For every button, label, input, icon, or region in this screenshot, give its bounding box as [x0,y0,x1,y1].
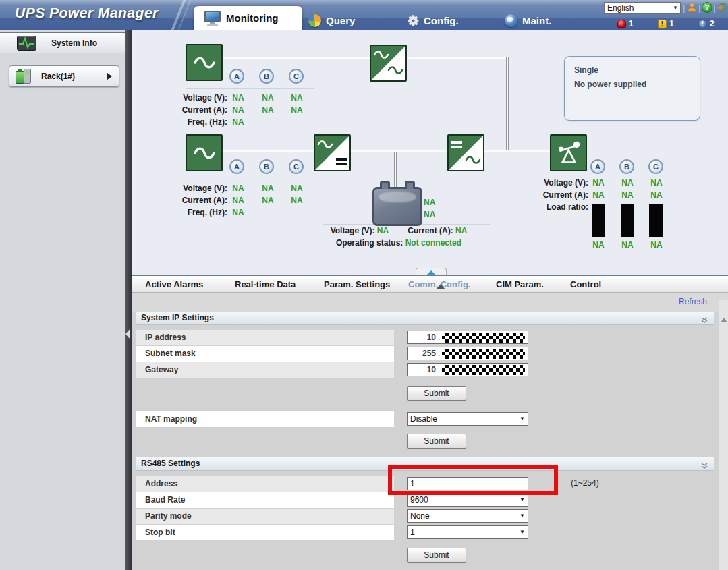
bypass-input-source-icon [186,44,223,81]
chevron-down-icon: ▼ [673,5,678,11]
submit-rs485-button[interactable]: Submit [407,548,466,563]
phase-b-badge: B [259,159,274,174]
bypass-freq: NA [227,117,250,127]
subtab-realtime-data[interactable]: Real-time Data [235,276,296,293]
phase-c-badge: C [289,69,304,84]
wire [506,57,509,152]
battery-voltage-value: NA [377,226,389,235]
diagram-collapse-toggle[interactable] [416,268,447,275]
subtab-active-alarms[interactable]: Active Alarms [145,276,203,293]
chevron-down-icon: ▼ [520,529,525,535]
warning-alarm-badge[interactable]: ! 1 [658,19,679,29]
battery-voltage-label: Voltage (V): [331,226,375,235]
gateway-visible-value: 10 [409,365,436,374]
battery-side-value-1: NA [424,198,447,207]
critical-alarm-count: 1 [629,19,634,28]
field-label-stop-bit: Stop bit [136,525,394,540]
scrollbar[interactable] [719,300,728,570]
rectifier-icon [314,134,351,171]
bypass-voltage-b: NA [256,93,279,103]
voltage-label: Voltage (V): [132,183,227,193]
phase-b-badge: B [259,69,274,84]
baud-rate-select[interactable]: 9600 ▼ [407,493,528,507]
input-current-c: NA [285,196,308,205]
user-icon[interactable] [687,3,697,13]
subnet-mask-input[interactable]: 255 . [407,347,528,360]
ip-address-input[interactable]: 10 . [407,331,528,344]
battery-icon [372,187,422,226]
subtab-control[interactable]: Control [570,276,601,293]
nav-tab-monitoring[interactable]: Monitoring [194,6,302,30]
subtab-param-settings[interactable]: Param. Settings [324,276,390,293]
collapse-chevron-icon[interactable] [700,314,708,326]
language-selected-value: English [607,3,634,13]
help-icon[interactable]: ? [702,2,712,13]
freq-label: Freq. (Hz): [132,117,227,127]
power-status: No power supplied [574,80,690,89]
power-flow-diagram: A B C A B C A B C Voltage (V): NA NA NA … [132,30,728,275]
header-separator: | [683,3,685,13]
subtab-bar: Active Alarms Real-time Data Param. Sett… [132,275,728,293]
input-voltage-b: NA [256,183,279,193]
minor-alarm-badge[interactable]: ! 2 [698,19,720,29]
output-voltage-c: NA [645,178,668,188]
pie-chart-icon [308,14,321,27]
logout-icon[interactable] [716,3,727,13]
output-current-a: NA [587,190,610,200]
nav-tab-label: Query [326,15,355,26]
separator-line [186,88,314,89]
system-status-box: Single No power supplied [564,56,700,121]
nat-mapping-select[interactable]: Disable ▼ [407,412,528,426]
nav-tab-label: Maint. [522,15,551,26]
subtab-cim-param[interactable]: CIM Param. [496,276,544,293]
voltage-label: Voltage (V): [132,93,227,103]
phase-a-badge: A [590,159,605,174]
globe-icon [505,14,517,27]
output-current-b: NA [616,190,639,200]
bypass-converter-icon [370,45,407,82]
phase-a-badge: A [229,159,244,174]
monitor-icon [204,11,221,26]
header-separator: | [698,3,700,13]
battery-side-value-2: NA [424,210,447,219]
submit-ip-button[interactable]: Submit [407,386,466,401]
wire [223,150,314,152]
stop-bit-selected-value: 1 [410,528,415,537]
separator-line [578,175,672,175]
nav-tab-config[interactable]: Config. [406,13,480,28]
load-icon [550,134,587,171]
field-label-ip-address: IP address [136,330,394,345]
nav-tab-label: Monitoring [226,6,278,30]
nav-tab-query[interactable]: Query [308,13,383,28]
bypass-current-a: NA [227,105,250,115]
input-voltage-c: NA [285,183,308,193]
load-ratio-bar-b [621,204,634,237]
collapse-chevron-icon[interactable] [700,460,708,472]
nav-tab-maint[interactable]: Maint. [505,13,579,28]
minor-alarm-icon: ! [698,20,707,28]
rs485-address-input[interactable]: 1 [407,477,528,490]
sidebar-item-system-info[interactable]: System Info [0,32,125,53]
field-label-nat-mapping: NAT mapping [136,411,394,427]
wire [350,150,447,152]
phase-b-badge: B [619,159,634,174]
wire [406,57,509,59]
parity-mode-select[interactable]: None ▼ [407,509,528,523]
submit-nat-button[interactable]: Submit [407,434,466,449]
address-range-hint: (1~254) [571,478,599,488]
wire [484,150,550,152]
gateway-input[interactable]: 10 . [407,363,528,376]
refresh-link[interactable]: Refresh [679,297,707,306]
critical-alarm-badge[interactable]: 1 [617,19,639,29]
battery-terminal [405,181,415,189]
load-ratio-bar-a [592,204,605,237]
sidebar-collapse-handle[interactable] [125,329,130,339]
language-select[interactable]: English ▼ [604,2,681,14]
battery-terminal [380,181,390,189]
load-ratio-a: NA [587,240,610,250]
stop-bit-select[interactable]: 1 ▼ [407,525,528,539]
subnet-separator: . [438,349,440,358]
scroll-up-icon[interactable] [721,318,727,322]
sidebar-item-rack[interactable]: Rack(1#) [9,65,119,87]
field-label-gateway: Gateway [136,362,394,378]
